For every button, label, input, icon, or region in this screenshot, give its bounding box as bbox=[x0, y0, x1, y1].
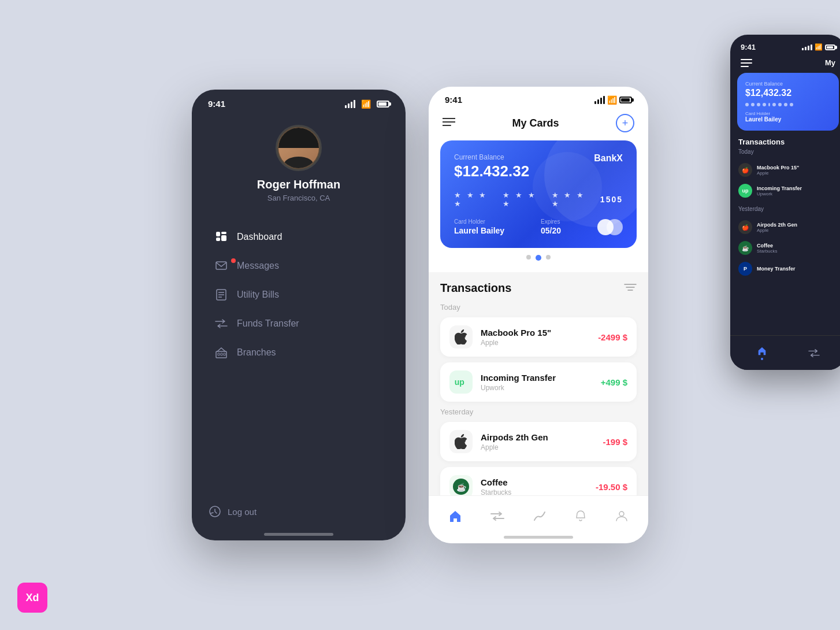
svg-rect-2 bbox=[221, 235, 226, 241]
messages-label: Messages bbox=[237, 261, 279, 271]
svg-rect-0 bbox=[216, 232, 220, 236]
apple-logo-macbook bbox=[449, 325, 473, 349]
overlay-tx-incoming-merchant: Upwork bbox=[757, 191, 838, 197]
card-dot-1[interactable] bbox=[526, 255, 531, 260]
logout-icon bbox=[209, 506, 221, 517]
logout-button[interactable]: Log out bbox=[209, 506, 257, 517]
svg-rect-3 bbox=[216, 238, 220, 241]
overlay-nav-dot bbox=[761, 358, 763, 360]
funds-transfer-icon bbox=[215, 317, 228, 330]
logout-label: Log out bbox=[228, 507, 257, 517]
overlay-home-icon bbox=[757, 346, 767, 356]
card-number-row: ★ ★ ★ ★ ★ ★ ★ ★ ★ ★ ★ ★ 1505 bbox=[454, 191, 623, 208]
overlay-tx-airpods: 🍎 Airpods 2th Gen Apple bbox=[738, 217, 838, 238]
bnav-analytics[interactable] bbox=[525, 507, 555, 525]
hamburger-menu-icon[interactable] bbox=[443, 117, 455, 129]
white-bottom-nav bbox=[429, 495, 648, 536]
transactions-header: Transactions bbox=[440, 281, 637, 295]
messages-icon bbox=[215, 260, 228, 272]
nav-menu: Dashboard Messages bbox=[192, 217, 406, 373]
upwork-icon: up bbox=[453, 376, 469, 388]
menu-lines-icon bbox=[443, 117, 455, 127]
card-dot-3[interactable] bbox=[546, 255, 551, 260]
holder-name: Laurel Bailey bbox=[454, 226, 504, 235]
bnav-notification-icon bbox=[575, 510, 586, 522]
white-signal-icon bbox=[594, 96, 605, 104]
tx-airpods-amount: -199 $ bbox=[603, 437, 627, 447]
overlay-starbucks-icon: ☕ bbox=[738, 241, 752, 255]
balance-amount: $12.432.32 bbox=[454, 162, 529, 180]
profile-section: Roger Hoffman San Francisco, CA bbox=[192, 113, 406, 217]
filter-button[interactable] bbox=[624, 281, 637, 295]
sidebar-item-dashboard[interactable]: Dashboard bbox=[209, 223, 388, 251]
overlay-transactions: Transactions Today 🍎 Macbook Pro 15" App… bbox=[730, 131, 840, 286]
overlay-nav-home[interactable] bbox=[757, 346, 767, 360]
avatar-face bbox=[278, 128, 319, 168]
card-dot-2[interactable] bbox=[536, 255, 541, 261]
home-indicator-dark bbox=[264, 533, 333, 536]
white-status-icons: 📶 bbox=[594, 95, 632, 105]
overlay-tx-coffee-merchant: Starbucks bbox=[757, 249, 838, 254]
overlay-paypal-icon: P bbox=[738, 262, 752, 276]
white-phone: 9:41 📶 bbox=[429, 87, 648, 543]
overlay-transfer-icon bbox=[808, 349, 820, 358]
expires-value: 05/20 bbox=[541, 226, 561, 235]
overlay-tx-coffee-name: Coffee bbox=[757, 243, 815, 249]
white-time: 9:41 bbox=[445, 95, 462, 105]
sidebar-item-funds-transfer[interactable]: Funds Transfer bbox=[209, 309, 388, 338]
overlay-upwork-icon: up bbox=[738, 184, 752, 198]
battery-icon bbox=[377, 101, 389, 108]
dashboard-label: Dashboard bbox=[237, 232, 282, 242]
overlay-apple-icon-2: 🍎 bbox=[738, 220, 752, 234]
overlay-wifi-icon: 📶 bbox=[815, 43, 823, 51]
card-number-group-1: ★ ★ ★ ★ bbox=[454, 191, 496, 208]
overlay-header-title: My bbox=[825, 58, 835, 67]
tx-macbook-merchant: Apple bbox=[481, 339, 590, 347]
svg-rect-4 bbox=[216, 262, 226, 269]
overlay-yesterday-label: Yesterday bbox=[738, 206, 838, 212]
card-number-group-2: ★ ★ ★ ★ bbox=[503, 191, 544, 208]
apple-icon bbox=[455, 329, 467, 344]
card-bottom: Card Holder Laurel Bailey Expires 05/20 bbox=[454, 218, 623, 235]
balance-label: Current Balance bbox=[454, 153, 529, 161]
overlay-tx-money-name: Money Transfer bbox=[757, 266, 815, 272]
expires-label: Expires bbox=[541, 218, 561, 225]
tx-airpods-name: Airpods 2th Gen bbox=[481, 432, 594, 442]
overlay-bottom-nav bbox=[730, 335, 840, 370]
card-dots bbox=[440, 248, 637, 263]
overlay-tx-coffee: ☕ Coffee Starbucks bbox=[738, 238, 838, 258]
overlay-status-bar: 9:41 📶 bbox=[730, 35, 840, 56]
overlay-tx-incoming: up Incoming Transfer Upwork bbox=[738, 180, 838, 201]
overlay-header: My bbox=[730, 56, 840, 73]
overlay-today-label: Today bbox=[738, 149, 838, 155]
sidebar-item-messages[interactable]: Messages bbox=[209, 251, 388, 280]
bnav-profile[interactable] bbox=[607, 507, 637, 525]
svg-text:up: up bbox=[455, 377, 464, 387]
messages-badge bbox=[231, 258, 236, 263]
sidebar-item-utility-bills[interactable]: Utility Bills bbox=[209, 280, 388, 309]
bank-card: Current Balance $12.432.32 BankX ★ ★ ★ ★… bbox=[440, 140, 637, 248]
card-number-group-3: ★ ★ ★ ★ bbox=[552, 191, 593, 208]
hamburger-icon[interactable] bbox=[741, 59, 752, 67]
dark-status-bar: 9:41 📶 bbox=[192, 90, 406, 113]
overlay-time: 9:41 bbox=[741, 43, 756, 51]
overlay-tx-airpods-merchant: Apple bbox=[757, 228, 838, 233]
bnav-transfer[interactable] bbox=[482, 508, 513, 524]
overlay-balance-label: Current Balance bbox=[745, 81, 831, 87]
sidebar-item-branches[interactable]: Branches bbox=[209, 338, 388, 367]
tx-coffee-name: Coffee bbox=[481, 477, 588, 487]
apple-icon-2 bbox=[455, 434, 467, 449]
bnav-transfer-icon bbox=[490, 511, 504, 521]
overlay-holder-label: Card Holder bbox=[745, 111, 831, 116]
bnav-home[interactable] bbox=[440, 507, 470, 525]
overlay-nav-transfer[interactable] bbox=[808, 349, 820, 358]
tx-macbook-amount: -2499 $ bbox=[598, 332, 627, 342]
svg-text:☕: ☕ bbox=[456, 483, 467, 492]
overlay-tx-incoming-name: Incoming Transfer bbox=[757, 186, 815, 191]
svg-rect-10 bbox=[218, 353, 220, 355]
bnav-notifications[interactable] bbox=[566, 507, 595, 525]
overlay-card: 9:41 📶 My Current B bbox=[730, 35, 840, 370]
add-card-button[interactable]: + bbox=[616, 114, 634, 132]
user-name: Roger Hoffman bbox=[257, 178, 340, 191]
card-top: Current Balance $12.432.32 BankX bbox=[454, 153, 623, 180]
